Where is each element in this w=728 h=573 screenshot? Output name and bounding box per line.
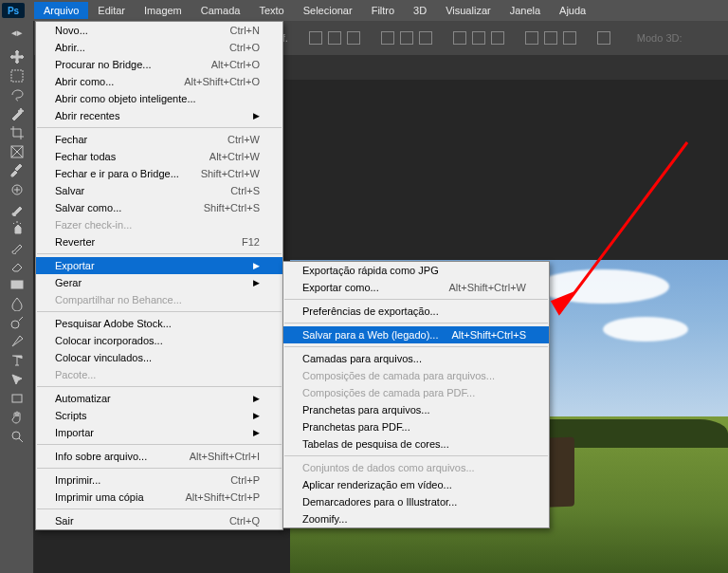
tool-blur[interactable] (7, 294, 27, 313)
align-icon[interactable] (400, 31, 413, 45)
export-menu-item[interactable]: Pranchetas para arquivos... (283, 401, 549, 418)
menu-label: Novo... (55, 25, 88, 36)
tool-eyedropper[interactable] (7, 161, 27, 180)
file-menu-item[interactable]: FecharCtrl+W (36, 131, 282, 148)
tool-rectangle[interactable] (7, 389, 27, 408)
menu-label: Abrir recentes (55, 110, 119, 121)
menubar: Ps ArquivoEditarImagemCamadaTextoSelecio… (0, 0, 728, 21)
file-menu-item[interactable]: Colocar incorporados... (36, 332, 282, 349)
file-menu-item[interactable]: Abrir como...Alt+Shift+Ctrl+O (36, 73, 282, 90)
menu-label: Tabelas de pesquisa de cores... (302, 438, 449, 450)
menu-label: Fechar e ir para o Bridge... (55, 168, 179, 179)
align-icon[interactable] (309, 31, 322, 45)
distribute-icon[interactable] (544, 31, 557, 45)
export-submenu: Exportação rápida como JPGExportar como.… (282, 261, 550, 528)
distribute-icon[interactable] (453, 31, 466, 45)
distribute-icon[interactable] (472, 31, 485, 45)
export-menu-item[interactable]: Demarcadores para o Illustrator... (283, 493, 549, 510)
export-menu-item[interactable]: Tabelas de pesquisa de cores... (283, 435, 549, 453)
tool-text[interactable] (7, 351, 27, 370)
file-menu-item[interactable]: Abrir...Ctrl+O (36, 39, 282, 56)
export-menu-item[interactable]: Aplicar renderização em vídeo... (283, 476, 549, 493)
tool-history-brush[interactable] (7, 237, 27, 256)
file-menu-item[interactable]: SairCtrl+Q (36, 512, 282, 529)
align-icon[interactable] (347, 31, 360, 45)
menu-label: Imprimir... (55, 474, 100, 486)
export-menu-item[interactable]: Salvar para a Web (legado)...Alt+Shift+C… (283, 326, 549, 343)
align-icon[interactable] (419, 31, 432, 45)
file-menu-item[interactable]: ReverterF12 (36, 233, 282, 250)
file-menu-item[interactable]: Abrir recentes▶ (36, 107, 282, 124)
export-menu-item[interactable]: Exportação rápida como JPG (283, 262, 549, 279)
export-menu-item[interactable]: Camadas para arquivos... (283, 350, 549, 367)
menu-label: Pranchetas para arquivos... (302, 404, 430, 416)
distribute-icon[interactable] (525, 31, 538, 45)
tool-zoom[interactable] (7, 427, 27, 446)
menu-shortcut: Alt+Shift+Ctrl+P (185, 491, 260, 503)
file-menu-item[interactable]: Abrir como objeto inteligente... (36, 90, 282, 107)
file-menu-item[interactable]: Salvar como...Shift+Ctrl+S (36, 199, 282, 216)
file-menu-item[interactable]: Gerar▶ (36, 274, 282, 291)
tool-lasso[interactable] (7, 85, 27, 104)
file-menu-item[interactable]: SalvarCtrl+S (36, 182, 282, 199)
menubar-item-editar[interactable]: Editar (88, 2, 135, 19)
tool-clone[interactable] (7, 218, 27, 237)
export-menu-item[interactable]: Pranchetas para PDF... (283, 418, 549, 435)
tool-path-select[interactable] (7, 370, 27, 389)
tool-crop[interactable] (7, 123, 27, 142)
menubar-item-selecionar[interactable]: Selecionar (294, 2, 362, 19)
file-menu-item[interactable]: Imprimir uma cópiaAlt+Shift+Ctrl+P (36, 489, 282, 506)
file-menu-item[interactable]: Fechar todasAlt+Ctrl+W (36, 148, 282, 165)
menubar-item-janela[interactable]: Janela (500, 2, 550, 19)
export-menu-item[interactable]: Exportar como...Alt+Shift+Ctrl+W (283, 279, 549, 296)
tool-frame[interactable] (7, 142, 27, 161)
menu-separator (37, 386, 282, 387)
file-menu-item[interactable]: Fechar e ir para o Bridge...Shift+Ctrl+W (36, 165, 282, 182)
file-menu-item[interactable]: Scripts▶ (36, 407, 282, 424)
file-menu-item: Compartilhar no Behance... (36, 291, 282, 308)
tool-hand[interactable] (7, 408, 27, 427)
menubar-item-3d[interactable]: 3D (404, 2, 436, 19)
file-menu-item[interactable]: Novo...Ctrl+N (36, 22, 282, 39)
tool-spot-heal[interactable] (7, 180, 27, 199)
menubar-item-arquivo[interactable]: Arquivo (34, 2, 88, 19)
tool-dodge[interactable] (7, 313, 27, 332)
file-menu-item[interactable]: Imprimir...Ctrl+P (36, 471, 282, 489)
collapse-icon[interactable]: ◂▸ (7, 23, 27, 42)
menu-label: Colocar vinculados... (55, 352, 152, 363)
align-icon[interactable] (381, 31, 394, 45)
svg-rect-5 (12, 395, 22, 402)
tool-move[interactable] (7, 47, 27, 66)
distribute-icon[interactable] (563, 31, 576, 45)
tool-pen[interactable] (7, 332, 27, 351)
mode-3d-label: Modo 3D: (637, 32, 682, 44)
tool-wand[interactable] (7, 104, 27, 123)
menu-separator (284, 299, 548, 300)
file-menu-item[interactable]: Importar▶ (36, 424, 282, 441)
menubar-item-filtro[interactable]: Filtro (362, 2, 404, 19)
export-menu-item[interactable]: Preferências de exportação... (283, 303, 549, 320)
menu-separator (37, 444, 282, 445)
distribute-icon[interactable] (491, 31, 504, 45)
file-menu-item[interactable]: Procurar no Bridge...Alt+Ctrl+O (36, 56, 282, 73)
file-menu-item[interactable]: Automatizar▶ (36, 390, 282, 407)
menu-label: Salvar para a Web (legado)... (302, 329, 438, 341)
file-menu-item[interactable]: Colocar vinculados... (36, 349, 282, 366)
submenu-arrow-icon: ▶ (253, 111, 260, 120)
align-icon[interactable] (328, 31, 341, 45)
menubar-item-ajuda[interactable]: Ajuda (550, 2, 595, 19)
menubar-item-visualizar[interactable]: Visualizar (436, 2, 500, 19)
tool-brush[interactable] (7, 199, 27, 218)
file-menu-item[interactable]: Info sobre arquivo...Alt+Shift+Ctrl+I (36, 448, 282, 465)
tool-eraser[interactable] (7, 256, 27, 275)
menubar-item-camada[interactable]: Camada (191, 2, 250, 19)
distribute-icon[interactable] (597, 31, 610, 45)
export-menu-item[interactable]: Zoomify... (283, 510, 549, 527)
file-menu-item[interactable]: Exportar▶ (36, 257, 282, 274)
menubar-item-texto[interactable]: Texto (249, 2, 293, 19)
file-menu-item[interactable]: Pesquisar Adobe Stock... (36, 315, 282, 332)
menubar-item-imagem[interactable]: Imagem (135, 2, 191, 19)
tool-marquee[interactable] (7, 66, 27, 85)
tool-gradient[interactable] (7, 275, 27, 294)
menu-label: Fechar todas (55, 151, 116, 162)
